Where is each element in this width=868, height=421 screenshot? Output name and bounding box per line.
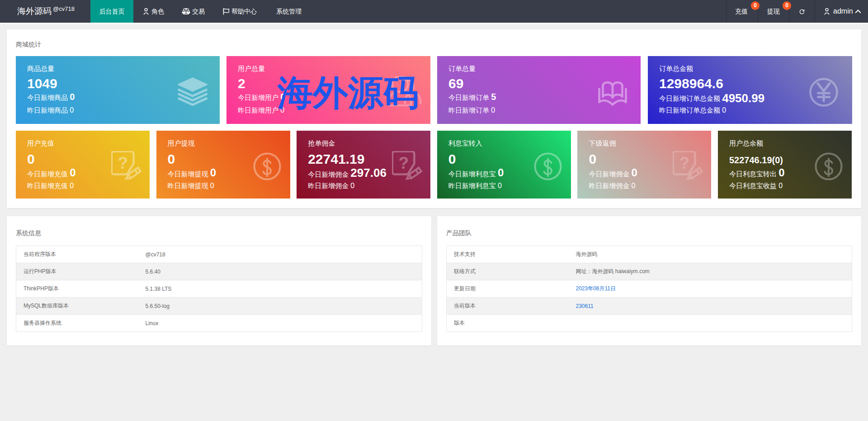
svg-text:?: ? (118, 154, 128, 172)
svg-text:?: ? (679, 154, 690, 172)
svg-text:?: ? (399, 154, 409, 172)
